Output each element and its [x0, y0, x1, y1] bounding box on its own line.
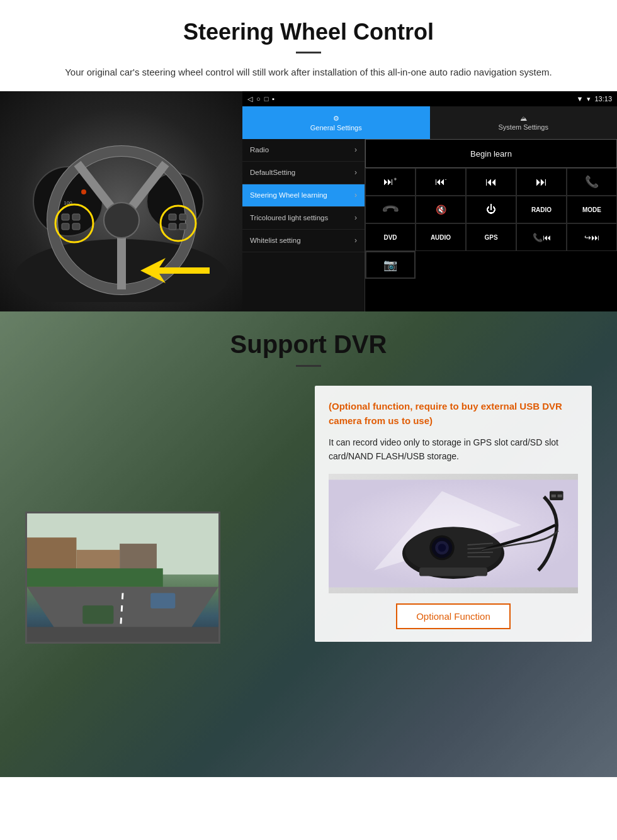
gear-icon: ⚙	[333, 115, 339, 123]
menu-item-default-label: DefaultSetting	[250, 168, 295, 177]
svg-rect-36	[558, 495, 562, 498]
begin-learn-row: Begin learn	[365, 139, 617, 168]
dvr-right: (Optional function, require to buy exter…	[315, 386, 592, 642]
call-prev-icon: 📞⏮	[533, 233, 551, 242]
menu-item-whitelist-label: Whitelist setting	[250, 236, 301, 245]
ctrl-call-prev[interactable]: 📞⏮	[516, 223, 567, 251]
menu-item-whitelist[interactable]: Whitelist setting ›	[242, 230, 365, 252]
menu-list: Radio › DefaultSetting › Steering Wheel …	[242, 139, 365, 311]
svg-rect-29	[150, 593, 175, 609]
tab-system-settings[interactable]: ⛰ System Settings	[430, 106, 618, 139]
wifi-icon: ▾	[587, 95, 591, 103]
control-buttons-row1: ⏭+ ⏮- ⏮ ⏭ 📞	[365, 168, 617, 196]
svg-rect-26	[27, 568, 163, 586]
ctrl-audio[interactable]: AUDIO	[416, 223, 466, 251]
mode-label: MODE	[582, 206, 601, 213]
prev-icon: ⏮	[485, 176, 497, 189]
svg-rect-14	[72, 214, 80, 220]
settings-content: Radio › DefaultSetting › Steering Wheel …	[242, 139, 617, 311]
ctrl-camera[interactable]: 📷	[365, 251, 416, 279]
ctrl-hangup[interactable]: 📞	[365, 196, 416, 223]
dvr-section: Support DVR	[0, 311, 617, 777]
dvd-label: DVD	[383, 234, 397, 241]
svg-rect-18	[179, 214, 187, 220]
next-icon: ⏭	[536, 176, 547, 189]
menu-item-tricolour[interactable]: Tricoloured light settings ›	[242, 207, 365, 230]
menu-arrow-steering: ›	[354, 191, 357, 199]
ctrl-radio[interactable]: RADIO	[516, 196, 567, 223]
dvr-optional-text: (Optional function, require to buy exter…	[329, 400, 578, 428]
dvr-device-svg	[329, 474, 578, 593]
power-icon: ⏻	[486, 204, 496, 215]
ctrl-mute[interactable]: 🔇	[416, 196, 466, 223]
nav-recent: □	[264, 95, 269, 103]
dvr-camera-preview	[25, 512, 220, 644]
android-panel: ◁ ○ □ ▪ ▼ ▾ 13:13 ⚙ General Settings ⛰ S…	[242, 91, 617, 311]
signal-icon: ▼	[577, 95, 584, 103]
gps-label: GPS	[484, 234, 497, 241]
ctrl-call-next[interactable]: ↪⏭	[567, 223, 617, 251]
camera-preview-svg	[27, 513, 218, 642]
control-buttons-row2: 📞 🔇 ⏻ RADIO MODE	[365, 196, 617, 223]
steering-photo: 100	[0, 91, 242, 311]
ctrl-call[interactable]: 📞	[567, 168, 617, 196]
vol-down-icon: ⏮-	[435, 176, 447, 188]
menu-arrow-tricolour: ›	[354, 213, 357, 222]
title-divider	[296, 52, 321, 53]
svg-point-4	[81, 189, 86, 194]
svg-rect-30	[82, 605, 113, 624]
menu-item-steering-label: Steering Wheel learning	[250, 191, 327, 200]
svg-rect-13	[62, 214, 69, 220]
menu-item-default[interactable]: DefaultSetting ›	[242, 162, 365, 184]
ctrl-power[interactable]: ⏻	[466, 196, 516, 223]
ctrl-mode[interactable]: MODE	[567, 196, 617, 223]
dvr-title: Support DVR	[25, 330, 592, 359]
dvr-title-divider	[296, 365, 321, 367]
ctrl-vol-up[interactable]: ⏭+	[365, 168, 416, 196]
svg-rect-31	[27, 627, 218, 642]
status-time: 13:13	[594, 95, 612, 103]
system-icon: ⛰	[520, 115, 527, 122]
svg-rect-17	[169, 214, 176, 220]
dvr-camera-preview-inner	[27, 513, 218, 642]
steering-title: Steering Wheel Control	[25, 19, 592, 45]
nav-menu: ▪	[272, 95, 275, 103]
tab-general-settings[interactable]: ⚙ General Settings	[242, 106, 430, 139]
dvr-left	[25, 386, 308, 644]
dvr-title-section: Support DVR	[25, 330, 592, 367]
tab-general-label: General Settings	[310, 124, 362, 132]
begin-learn-button[interactable]: Begin learn	[365, 139, 617, 168]
hangup-icon: 📞	[380, 199, 400, 219]
menu-arrow-whitelist: ›	[354, 236, 357, 245]
dvr-camera-image	[329, 474, 578, 593]
mute-icon: 🔇	[436, 204, 446, 215]
ctrl-vol-down[interactable]: ⏮-	[416, 168, 466, 196]
optional-function-button[interactable]: Optional Function	[396, 603, 511, 629]
svg-rect-16	[72, 223, 80, 230]
nav-home: ○	[256, 95, 261, 103]
menu-item-radio[interactable]: Radio ›	[242, 139, 365, 162]
ctrl-prev[interactable]: ⏮	[466, 168, 516, 196]
steering-description: Your original car's steering wheel contr…	[38, 65, 579, 80]
ctrl-gps[interactable]: GPS	[466, 223, 516, 251]
dvr-content: Support DVR	[0, 311, 617, 663]
settings-tabs: ⚙ General Settings ⛰ System Settings	[242, 106, 617, 139]
menu-item-steering[interactable]: Steering Wheel learning ›	[242, 184, 365, 207]
control-buttons-row4: 📷	[365, 251, 617, 279]
call-next-icon: ↪⏭	[584, 233, 599, 242]
tab-system-label: System Settings	[499, 123, 548, 131]
steering-photo-inner: 100	[0, 91, 242, 311]
dvr-description: It can record video only to storage in G…	[329, 435, 578, 464]
svg-point-10	[104, 203, 139, 238]
control-buttons-row3: DVD AUDIO GPS 📞⏮ ↪⏭	[365, 223, 617, 251]
menu-arrow-default: ›	[354, 168, 357, 177]
steering-section: Steering Wheel Control Your original car…	[0, 0, 617, 80]
ctrl-dvd[interactable]: DVD	[365, 223, 416, 251]
vol-up-icon: ⏭+	[383, 176, 397, 188]
ctrl-next[interactable]: ⏭	[516, 168, 567, 196]
svg-rect-20	[179, 223, 187, 230]
camera-icon: 📷	[383, 258, 397, 272]
menu-arrow-radio: ›	[354, 145, 357, 154]
nav-back: ◁	[247, 95, 252, 103]
dvr-main: (Optional function, require to buy exter…	[25, 386, 592, 644]
